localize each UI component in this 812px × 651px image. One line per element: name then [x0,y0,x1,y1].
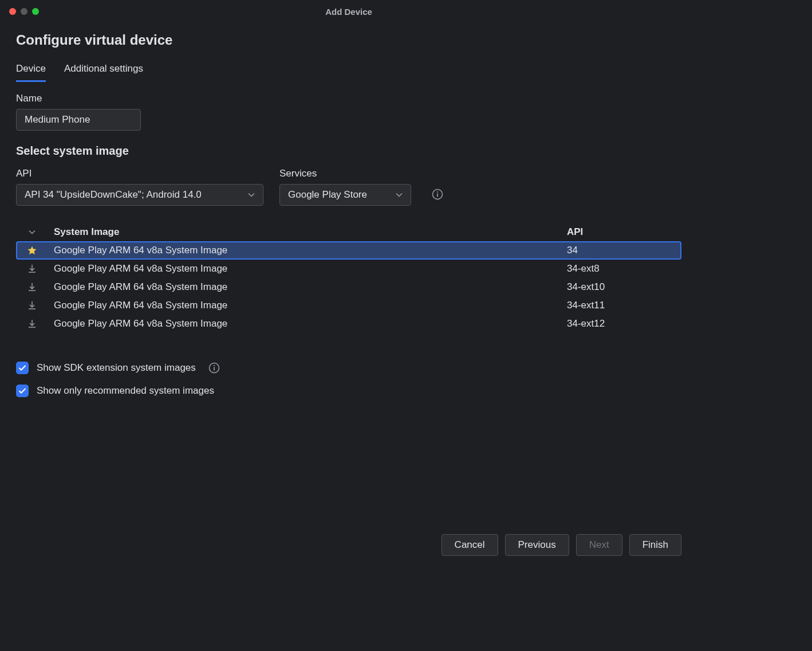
row-system-image: Google Play ARM 64 v8a System Image [42,263,567,274]
row-api: 34-ext12 [567,318,676,330]
row-system-image: Google Play ARM 64 v8a System Image [42,300,567,311]
star-icon [22,245,42,256]
info-icon[interactable] [208,362,220,374]
svg-rect-2 [437,194,438,197]
cancel-button[interactable]: Cancel [442,534,498,556]
previous-button[interactable]: Previous [505,534,569,556]
expand-toggle[interactable] [22,230,42,234]
table-row[interactable]: Google Play ARM 64 v8a System Image34 [16,241,681,260]
finish-button[interactable]: Finish [629,534,681,556]
services-select[interactable]: Google Play Store [279,184,411,206]
checkbox-sdk-extension-label: Show SDK extension system images [37,362,196,374]
tab-device[interactable]: Device [16,60,46,82]
table-row[interactable]: Google Play ARM 64 v8a System Image34-ex… [16,278,681,296]
window-close-button[interactable] [9,8,16,15]
window-title: Add Device [9,7,688,17]
titlebar: Add Device [0,0,697,23]
download-icon [22,301,42,310]
download-icon [22,319,42,328]
table-row[interactable]: Google Play ARM 64 v8a System Image34-ex… [16,296,681,315]
next-button: Next [576,534,622,556]
name-input[interactable] [16,109,141,131]
row-system-image: Google Play ARM 64 v8a System Image [42,281,567,293]
api-select-value: API 34 "UpsideDownCake"; Android 14.0 [25,189,202,201]
row-system-image: Google Play ARM 64 v8a System Image [42,318,567,330]
download-icon [22,283,42,292]
checkbox-recommended-label: Show only recommended system images [37,385,214,397]
api-label: API [16,168,263,179]
table-row[interactable]: Google Play ARM 64 v8a System Image34-ex… [16,260,681,278]
col-header-system-image: System Image [42,226,567,238]
col-header-api: API [567,226,676,238]
chevron-down-icon [248,193,255,197]
download-icon [22,264,42,273]
section-heading: Select system image [16,144,681,158]
services-select-value: Google Play Store [288,189,367,201]
svg-point-4 [214,365,215,366]
name-label: Name [16,93,681,104]
page-heading: Configure virtual device [16,32,681,48]
row-api: 34 [567,245,676,256]
checkbox-recommended[interactable] [16,385,29,397]
chevron-down-icon [396,193,403,197]
checkbox-sdk-extension[interactable] [16,362,29,374]
window-maximize-button[interactable] [32,8,39,15]
tab-additional-settings[interactable]: Additional settings [64,60,143,82]
svg-rect-5 [214,367,215,371]
row-system-image: Google Play ARM 64 v8a System Image [42,245,567,256]
row-api: 34-ext10 [567,281,676,293]
api-select[interactable]: API 34 "UpsideDownCake"; Android 14.0 [16,184,263,206]
table-header: System Image API [16,223,681,241]
row-api: 34-ext11 [567,300,676,311]
window-minimize-button[interactable] [21,8,27,15]
services-label: Services [279,168,411,179]
info-icon[interactable] [432,189,443,200]
table-row[interactable]: Google Play ARM 64 v8a System Image34-ex… [16,315,681,333]
row-api: 34-ext8 [567,263,676,274]
svg-point-1 [437,191,438,193]
